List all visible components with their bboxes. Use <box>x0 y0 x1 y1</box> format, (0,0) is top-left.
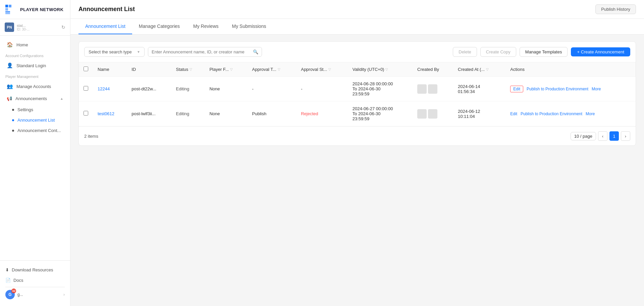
row2-created-at-cell: 2024-06-12 10:11:04 <box>453 101 505 126</box>
row2-checkbox[interactable] <box>84 111 88 116</box>
docs-icon: 📄 <box>5 278 11 283</box>
items-count: 2 items <box>84 134 98 139</box>
row1-created-at-line1: 2024-06-14 <box>458 84 501 89</box>
row1-publish-button[interactable]: Publish to Production Environment <box>527 87 588 91</box>
row2-name-cell: test0612 <box>93 101 127 126</box>
sidebar-sub-item-settings-label: Settings <box>17 107 33 112</box>
player-facing-filter-icon[interactable]: ▽ <box>230 68 233 71</box>
svg-rect-0 <box>5 5 8 7</box>
user-id-text: ID: 30-... <box>17 28 59 31</box>
row2-avatar-2 <box>428 109 437 119</box>
content-area: Select the search type ▼ 🔍 Delete Create… <box>70 35 644 306</box>
google-account-name: g... <box>17 292 61 297</box>
svg-rect-1 <box>9 5 11 7</box>
row1-validity-line3: 23:59:59 <box>353 91 408 96</box>
user-icon: 👤 <box>7 62 13 69</box>
accounts-icon: 👥 <box>7 83 13 89</box>
row2-approval-type-cell: Publish <box>248 101 297 126</box>
sidebar-item-announcements[interactable]: 📢 Announcements ▲ <box>0 93 70 104</box>
sidebar-sub-item-announcement-list[interactable]: Announcement List <box>0 115 70 125</box>
row2-created-at-line1: 2024-06-12 <box>458 109 501 114</box>
search-type-select[interactable]: Select the search type ▼ <box>84 47 145 57</box>
sidebar-item-announcements-label: Announcements <box>15 96 47 101</box>
tab-my-submissions[interactable]: My Submissions <box>225 19 273 34</box>
player-mgmt-label: Player Management <box>0 72 70 80</box>
search-input[interactable] <box>152 49 251 54</box>
row1-checkbox-cell <box>79 77 93 101</box>
row1-actions-cell: Edit Publish to Production Environment M… <box>505 77 636 101</box>
publish-history-button[interactable]: Publish History <box>595 4 636 14</box>
row1-avatar-2 <box>428 84 437 94</box>
delete-button[interactable]: Delete <box>453 47 477 57</box>
sidebar-item-standard-login[interactable]: 👤 Standard Login <box>0 59 70 72</box>
row2-status: Editing <box>176 111 190 116</box>
download-resources-button[interactable]: ⬇ Download Resources <box>5 265 65 275</box>
prev-page-button[interactable]: ‹ <box>598 131 607 141</box>
row2-publish-button[interactable]: Publish to Production Environment <box>521 112 582 116</box>
user-info: stat... ID: 30-... <box>17 24 59 31</box>
sidebar-item-home[interactable]: 🏠 Home <box>0 38 70 51</box>
search-type-placeholder: Select the search type <box>89 49 132 54</box>
download-icon: ⬇ <box>5 267 9 272</box>
row2-validity-line3: 23:59:59 <box>353 116 408 121</box>
row1-checkbox[interactable] <box>84 86 88 91</box>
table-toolbar: Select the search type ▼ 🔍 Delete Create… <box>79 42 636 62</box>
svg-rect-3 <box>5 11 10 12</box>
row2-avatar-group <box>417 109 448 119</box>
download-resources-label: Download Resources <box>12 267 53 272</box>
sidebar-sub-item-announcement-cont[interactable]: Announcement Cont... <box>0 125 70 136</box>
user-avatar: PN <box>5 23 14 32</box>
row1-validity-cell: 2024-06-28 00:00:00 To 2024-06-30 23:59:… <box>348 77 413 101</box>
docs-button[interactable]: 📄 Docs <box>5 275 65 286</box>
status-filter-icon[interactable]: ▽ <box>190 68 192 71</box>
row2-validity-cell: 2024-06-27 00:00:00 To 2024-06-30 23:59:… <box>348 101 413 126</box>
row1-more-button[interactable]: More <box>592 87 601 91</box>
row2-created-by-cell <box>413 101 453 126</box>
row1-validity-line2: To 2024-06-30 <box>353 86 408 91</box>
dot-active-icon <box>12 119 14 121</box>
row1-status-cell: Editing <box>171 77 205 101</box>
select-all-checkbox[interactable] <box>84 67 88 71</box>
row1-validity-line1: 2024-06-28 00:00:00 <box>353 81 408 86</box>
row1-created-at-line2: 01:56:34 <box>458 89 501 94</box>
approval-type-filter-icon[interactable]: ▽ <box>278 68 280 71</box>
row1-status: Editing <box>176 86 190 91</box>
sidebar-sub-item-settings[interactable]: Settings <box>0 104 70 115</box>
refresh-icon[interactable]: ↻ <box>61 25 65 30</box>
row2-more-button[interactable]: More <box>586 112 595 116</box>
validity-filter-icon[interactable]: ▽ <box>385 68 388 71</box>
row1-avatar-group <box>417 84 448 94</box>
next-page-button[interactable]: › <box>621 131 630 141</box>
manage-templates-button[interactable]: Manage Templates <box>520 47 568 57</box>
col-header-player-facing: Player F... ▽ <box>205 62 247 77</box>
row1-edit-button[interactable]: Edit <box>510 86 523 92</box>
table-row: test0612 post-lwlf3ii... Editing None Pu… <box>79 101 636 126</box>
page-1-button[interactable]: 1 <box>609 131 619 141</box>
dot-icon <box>12 109 14 111</box>
row1-name-cell: 12244 <box>93 77 127 101</box>
row1-name-link[interactable]: 12244 <box>98 86 110 91</box>
sidebar-item-home-label: Home <box>16 42 28 47</box>
row2-id-cell: post-lwlf3ii... <box>127 101 171 126</box>
tab-my-reviews[interactable]: My Reviews <box>186 19 225 34</box>
tab-announcement-list[interactable]: Announcement List <box>78 19 132 34</box>
row2-edit-button[interactable]: Edit <box>510 112 517 116</box>
row2-name-link[interactable]: test0612 <box>98 111 114 116</box>
dot-icon-2 <box>12 130 14 132</box>
chevron-right-icon[interactable]: › <box>63 292 65 297</box>
created-at-filter-icon[interactable]: ▽ <box>486 68 489 71</box>
svg-rect-2 <box>5 8 8 11</box>
create-announcement-button[interactable]: + Create Announcement <box>571 47 630 56</box>
page-size-select[interactable]: 10 / page <box>571 132 596 140</box>
sidebar-item-manage-accounts[interactable]: 👥 Manage Accounts <box>0 80 70 93</box>
col-header-name: Name <box>93 62 127 77</box>
table-footer: 2 items 10 / page ‹ 1 › <box>79 126 636 145</box>
row1-actions: Edit Publish to Production Environment M… <box>510 86 631 92</box>
chevron-down-icon: ▼ <box>137 50 140 54</box>
search-icon: 🔍 <box>253 49 258 54</box>
approval-status-filter-icon[interactable]: ▽ <box>328 68 331 71</box>
sidebar-user: PN stat... ID: 30-... ↻ <box>0 19 70 36</box>
row2-approval-status-cell: Rejected <box>296 101 347 126</box>
create-copy-button[interactable]: Create Copy <box>480 47 516 57</box>
tab-manage-categories[interactable]: Manage Categories <box>132 19 186 34</box>
